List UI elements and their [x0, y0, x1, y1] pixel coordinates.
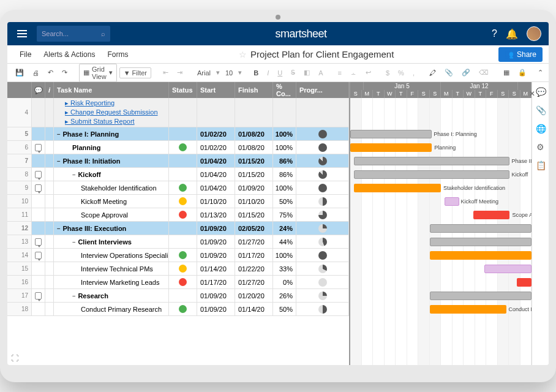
- table-row[interactable]: 4 Risk Reporting Change Request Submissi…: [7, 98, 349, 127]
- currency-icon[interactable]: $: [383, 67, 393, 78]
- clear-icon[interactable]: ⌫: [476, 67, 492, 78]
- highlight-icon[interactable]: 🖍: [426, 67, 439, 78]
- comment-icon[interactable]: [35, 238, 42, 246]
- table-row[interactable]: 16 Interview Marketing Leads 01/17/2001/…: [7, 276, 349, 289]
- comment-icon[interactable]: [35, 292, 42, 300]
- search-icon: ⌕: [101, 30, 105, 37]
- progress-icon: [318, 292, 327, 300]
- table-row[interactable]: 17 −Research 01/09/2001/20/2026%: [7, 289, 349, 303]
- table-row[interactable]: 5 −Phase I: Planning 01/02/2001/08/20100…: [7, 127, 349, 141]
- collapse-icon[interactable]: −: [57, 158, 60, 164]
- indent-icon[interactable]: ⇥: [174, 67, 186, 78]
- row-num: 4: [7, 98, 32, 127]
- right-panel: 💬 📎 🌐 ⚙ 📋: [532, 82, 549, 365]
- comment-icon[interactable]: [35, 184, 42, 192]
- table-row[interactable]: 7 −Phase II: Initiation 01/04/2001/15/20…: [7, 154, 349, 168]
- gantt-bar[interactable]: Interview: [430, 251, 532, 260]
- table-row[interactable]: 10 Kickoff Meeting 01/10/2001/10/2050%: [7, 195, 349, 208]
- table-row[interactable]: 14 Interview Operations Specialists 01/0…: [7, 249, 349, 262]
- bell-icon[interactable]: 🔔: [506, 28, 518, 40]
- align-icon[interactable]: ≡: [335, 67, 345, 78]
- undo-icon[interactable]: ↶: [45, 67, 56, 78]
- redo-icon[interactable]: ↷: [59, 67, 70, 78]
- avatar[interactable]: [527, 26, 541, 41]
- comment-icon[interactable]: [35, 252, 42, 259]
- status-dot: [179, 211, 187, 219]
- gantt-bar[interactable]: [517, 278, 532, 287]
- search-input[interactable]: Search... ⌕: [37, 26, 110, 42]
- menu-icon[interactable]: [15, 28, 29, 40]
- collapse-icon[interactable]: −: [57, 225, 60, 232]
- activity-panel-icon[interactable]: ⚙: [536, 142, 546, 152]
- view-selector[interactable]: ▦ Grid View ▾: [79, 64, 117, 82]
- menu-alerts[interactable]: Alerts & Actions: [37, 50, 101, 59]
- fontsize-select[interactable]: 10: [222, 67, 236, 78]
- col-finish[interactable]: Finish: [235, 82, 273, 98]
- comma-icon[interactable]: ,: [410, 67, 418, 78]
- progress-icon: [318, 238, 327, 246]
- gantt-bar[interactable]: Planning: [350, 143, 432, 152]
- link-status[interactable]: Submit Status Report: [65, 117, 135, 126]
- italic-icon[interactable]: I: [264, 67, 272, 78]
- progress-icon: [318, 157, 327, 165]
- progress-icon: [318, 265, 327, 273]
- bold-icon[interactable]: B: [250, 67, 261, 78]
- share-button[interactable]: 👥 Share: [498, 47, 543, 62]
- collapse-icon[interactable]: −: [72, 172, 75, 178]
- comment-icon[interactable]: [35, 171, 42, 178]
- valign-icon[interactable]: ⫠: [347, 67, 360, 78]
- wrap-icon[interactable]: ↩: [363, 67, 374, 78]
- col-start[interactable]: Start: [197, 82, 235, 98]
- textcolor-icon[interactable]: A: [315, 67, 326, 78]
- proof-panel-icon[interactable]: 🌐: [536, 124, 546, 134]
- table-row[interactable]: 13 −Client Interviews 01/09/2001/27/2044…: [7, 235, 349, 249]
- people-icon: 👥: [505, 50, 514, 59]
- close-icon[interactable]: ✕: [529, 89, 535, 98]
- outdent-icon[interactable]: ⇤: [160, 67, 171, 78]
- col-task[interactable]: Task Name: [54, 82, 169, 98]
- status-dot: [179, 143, 187, 151]
- lock-icon[interactable]: 🔒: [515, 67, 530, 78]
- attach-icon[interactable]: 📎: [441, 67, 456, 78]
- gantt-bar[interactable]: Kickoff Meeting: [445, 197, 459, 206]
- print-icon[interactable]: 🖨: [29, 67, 42, 78]
- save-icon[interactable]: 💾: [12, 67, 27, 78]
- help-icon[interactable]: ?: [492, 28, 497, 39]
- table-row[interactable]: 6 Planning 01/02/2001/08/20100%: [7, 141, 349, 154]
- summary-panel-icon[interactable]: 📋: [536, 160, 546, 170]
- star-icon[interactable]: ☆: [239, 50, 247, 59]
- link-risk[interactable]: Risk Reporting: [65, 99, 115, 108]
- gantt-bar[interactable]: [484, 265, 532, 273]
- fill-icon[interactable]: ◧: [301, 67, 313, 78]
- comments-panel-icon[interactable]: 💬: [536, 87, 546, 97]
- gantt-bar[interactable]: Conduct Primary Rese: [430, 305, 506, 314]
- table-row[interactable]: 15 Interview Technical PMs 01/14/2001/22…: [7, 262, 349, 276]
- table-row[interactable]: 9 Stakeholder Identification 01/04/2001/…: [7, 181, 349, 195]
- col-pct[interactable]: % Co...: [273, 82, 296, 98]
- col-status[interactable]: Status: [169, 82, 197, 98]
- comment-icon[interactable]: [35, 144, 42, 151]
- link-change[interactable]: Change Request Submission: [65, 108, 158, 117]
- menu-file[interactable]: File: [13, 50, 37, 59]
- conditional-icon[interactable]: ▦: [500, 67, 513, 78]
- menu-forms[interactable]: Forms: [101, 50, 134, 59]
- table-row[interactable]: 8 −Kickoff 01/04/2001/15/2086%: [7, 168, 349, 181]
- strike-icon[interactable]: S̶: [288, 67, 298, 78]
- gantt-bar[interactable]: Scope Approval: [473, 211, 509, 219]
- table-row[interactable]: 11 Scope Approval 01/13/2001/15/2075%: [7, 208, 349, 222]
- table-row[interactable]: 18 Conduct Primary Research 01/09/2001/1…: [7, 303, 349, 316]
- fullscreen-icon[interactable]: ⛶: [11, 354, 18, 363]
- col-prog[interactable]: Progr...: [296, 82, 349, 98]
- chevron-up-icon[interactable]: ⌃: [535, 67, 546, 78]
- gantt-bar[interactable]: Stakeholder Identification: [354, 184, 441, 192]
- font-select[interactable]: Arial: [194, 67, 214, 78]
- link-icon[interactable]: 🔗: [459, 67, 473, 78]
- collapse-icon[interactable]: −: [57, 131, 60, 137]
- collapse-icon[interactable]: −: [72, 239, 75, 245]
- collapse-icon[interactable]: −: [72, 293, 75, 299]
- underline-icon[interactable]: U: [274, 67, 285, 78]
- table-row[interactable]: 12 −Phase III: Execution 01/09/2002/05/2…: [7, 222, 349, 235]
- filter-button[interactable]: ▼ Filter: [119, 67, 151, 78]
- percent-icon[interactable]: %: [395, 67, 407, 78]
- attachments-panel-icon[interactable]: 📎: [536, 105, 546, 115]
